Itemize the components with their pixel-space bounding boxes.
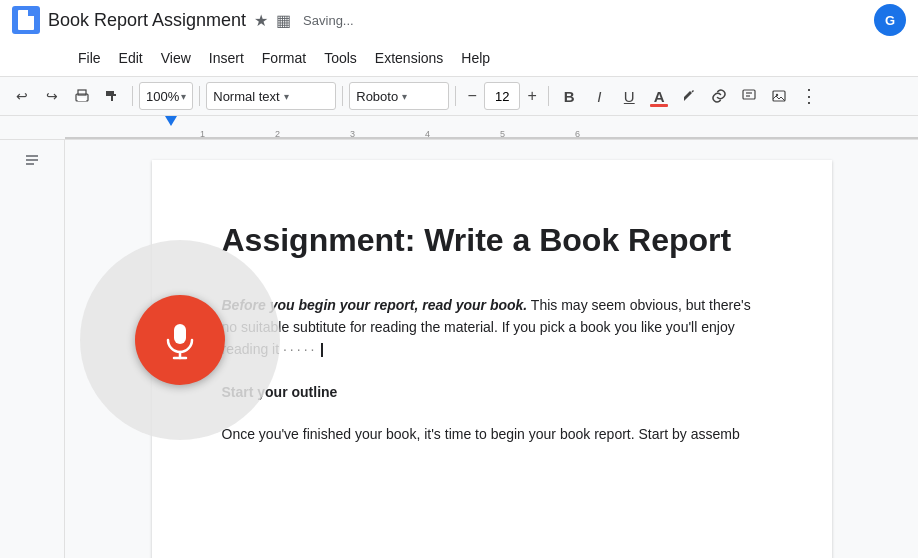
undo-button[interactable]: ↩ [8, 82, 36, 110]
document-title[interactable]: Book Report Assignment [48, 10, 246, 31]
text-style-select[interactable]: Normal text ▾ [206, 82, 336, 110]
doc-icon-inner [18, 10, 34, 30]
saving-status: Saving... [303, 13, 354, 28]
menu-bar: File Edit View Insert Format Tools Exten… [0, 40, 918, 76]
toolbar: ↩ ↪ 100% ▾ Normal text ▾ Roboto ▾ − + B … [0, 76, 918, 116]
print-button[interactable] [68, 82, 96, 110]
italic-button[interactable]: I [585, 82, 613, 110]
menu-extensions[interactable]: Extensions [367, 46, 451, 70]
doc-app-icon [12, 6, 40, 34]
text-style-value: Normal text [213, 89, 279, 104]
paragraph-3[interactable]: Once you've finished your book, it's tim… [222, 423, 762, 445]
menu-view[interactable]: View [153, 46, 199, 70]
ruler: 1 2 3 4 5 6 [65, 116, 918, 139]
redo-button[interactable]: ↪ [38, 82, 66, 110]
paragraph-2[interactable]: Start your outline [222, 381, 762, 403]
font-color-button[interactable]: A [645, 82, 673, 110]
ruler-sidebar [0, 116, 65, 139]
document-page: Assignment: Write a Book Report Before y… [152, 160, 832, 558]
ruler-cursor [165, 116, 177, 126]
menu-tools[interactable]: Tools [316, 46, 365, 70]
ruler-numbers: 1 2 3 4 5 6 [65, 116, 918, 139]
menu-file[interactable]: File [70, 46, 109, 70]
zoom-dropdown-arrow: ▾ [181, 91, 186, 102]
font-size-input[interactable] [484, 82, 520, 110]
zoom-value: 100% [146, 89, 179, 104]
svg-rect-3 [743, 90, 755, 99]
voice-input-button[interactable] [135, 295, 225, 385]
mic-icon [160, 320, 200, 360]
paint-format-button[interactable] [98, 82, 126, 110]
bold-button[interactable]: B [555, 82, 583, 110]
font-size-decrease[interactable]: − [462, 86, 482, 106]
image-button[interactable] [765, 82, 793, 110]
font-size-control: − + [462, 82, 542, 110]
zoom-select[interactable]: 100% ▾ [139, 82, 193, 110]
outline-icon[interactable] [22, 150, 42, 175]
link-button[interactable] [705, 82, 733, 110]
toolbar-divider-3 [342, 86, 343, 106]
toolbar-divider-5 [548, 86, 549, 106]
content-area: Assignment: Write a Book Report Before y… [65, 140, 918, 558]
ruler-line [65, 137, 918, 139]
toolbar-divider-1 [132, 86, 133, 106]
highlight-button[interactable] [675, 82, 703, 110]
menu-edit[interactable]: Edit [111, 46, 151, 70]
font-dropdown-arrow: ▾ [402, 91, 407, 102]
star-icon[interactable]: ★ [254, 11, 268, 30]
menu-format[interactable]: Format [254, 46, 314, 70]
section-2-body: Once you've finished your book, it's tim… [222, 426, 740, 442]
more-options-button[interactable]: ⋮ [795, 82, 823, 110]
document-heading[interactable]: Assignment: Write a Book Report [222, 220, 762, 262]
drive-icon[interactable]: ▦ [276, 11, 291, 30]
toolbar-divider-2 [199, 86, 200, 106]
menu-help[interactable]: Help [453, 46, 498, 70]
sidebar-panel [0, 140, 65, 558]
svg-rect-2 [78, 98, 86, 101]
comment-button[interactable] [735, 82, 763, 110]
title-bar: Book Report Assignment ★ ▦ Saving... G [0, 0, 918, 40]
font-size-increase[interactable]: + [522, 86, 542, 106]
ruler-area: 1 2 3 4 5 6 [0, 116, 918, 140]
section-2-title: Start your outline [222, 384, 338, 400]
bold-italic-text: Before you begin your report, read your … [222, 297, 528, 313]
avatar[interactable]: G [874, 4, 906, 36]
font-select[interactable]: Roboto ▾ [349, 82, 449, 110]
main-area: Assignment: Write a Book Report Before y… [0, 140, 918, 558]
style-dropdown-arrow: ▾ [284, 91, 289, 102]
toolbar-divider-4 [455, 86, 456, 106]
menu-insert[interactable]: Insert [201, 46, 252, 70]
text-cursor [321, 343, 323, 357]
underline-button[interactable]: U [615, 82, 643, 110]
document-body: Before you begin your report, read your … [222, 294, 762, 446]
paragraph-dots: ····· [283, 341, 317, 357]
paragraph-1[interactable]: Before you begin your report, read your … [222, 294, 762, 361]
font-value: Roboto [356, 89, 398, 104]
